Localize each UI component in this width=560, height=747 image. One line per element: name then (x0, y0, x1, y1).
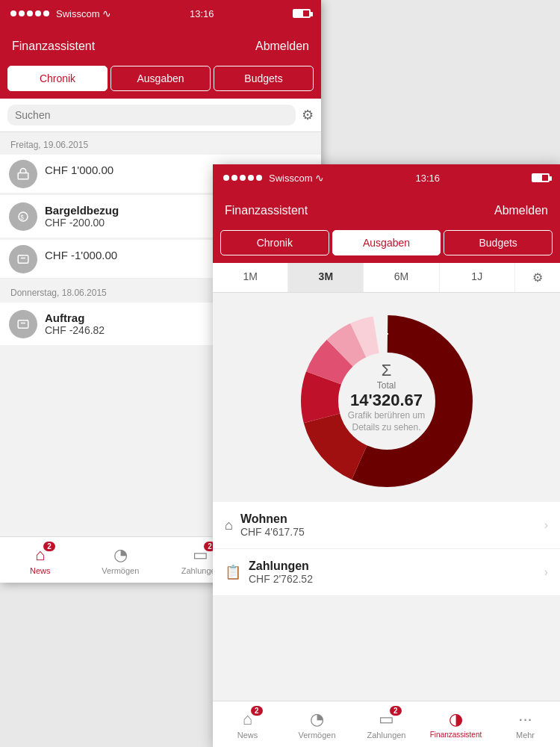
pie-icon-front: ◔ (310, 710, 324, 729)
status-left: Swisscom ∿ (10, 7, 111, 19)
tab-budgets-back[interactable]: Budgets (214, 66, 314, 91)
dot2f (231, 175, 237, 181)
donut-hint: Grafik berühren um Details zu sehen. (348, 410, 425, 433)
nav-vermoegen-label-front: Vermögen (298, 731, 335, 740)
signal-dots-front (223, 175, 262, 181)
nav-news-back[interactable]: 2 ⌂ News (0, 537, 81, 583)
time-btn-1j[interactable]: 1J (440, 263, 515, 292)
tabs-back: Chronik Ausgaben Budgets (0, 66, 321, 99)
header-title-front: Finanzassistent (225, 204, 308, 217)
svg-rect-3 (18, 255, 28, 263)
battery-icon-back (293, 9, 311, 18)
dot5f (256, 175, 262, 181)
donut-amount: 14'320.67 (350, 391, 423, 410)
header-action-front[interactable]: Abmelden (494, 204, 548, 217)
nav-news-label-front: News (237, 731, 258, 740)
zahlungen-chevron: › (544, 565, 548, 579)
item-icon-2: $ (9, 202, 37, 231)
dot5 (43, 10, 49, 16)
nav-mehr-label-front: Mehr (516, 731, 535, 740)
donut-chart-container[interactable]: Σ Total 14'320.67 Grafik berühren um Det… (213, 293, 560, 502)
filter-icon-back[interactable]: ⚙ (302, 107, 314, 123)
svg-rect-5 (18, 320, 28, 328)
category-item-zahlungen[interactable]: 📋 Zahlungen CHF 2'762.52 › (213, 549, 560, 596)
dot1f (223, 175, 229, 181)
zahlungen-amount: CHF 2'762.52 (249, 573, 544, 585)
chart-filter-icon[interactable]: ⚙ (515, 263, 560, 292)
wifi-icon-front: ∿ (315, 172, 324, 184)
nav-vermoegen-label-back: Vermögen (102, 566, 139, 575)
category-list: ⌂ Wohnen CHF 4'617.75 › 📋 Zahlungen CHF … (213, 502, 560, 596)
nav-vermoegen-front[interactable]: ◔ Vermögen (282, 701, 352, 747)
dot2 (19, 10, 25, 16)
nav-zahlungen-front[interactable]: 2 ▭ Zahlungen (352, 701, 421, 747)
time-btn-1m[interactable]: 1M (213, 263, 288, 292)
tab-ausgaben-front[interactable]: Ausgaben (332, 230, 441, 255)
donut-center: Σ Total 14'320.67 Grafik berühren um Det… (348, 361, 425, 433)
zahlungen-icon: 📋 (225, 564, 241, 580)
header-title-back: Finanzassistent (12, 40, 95, 53)
time-back: 13:16 (190, 8, 214, 19)
header-action-back[interactable]: Abmelden (255, 40, 309, 53)
nav-mehr-front[interactable]: ··· Mehr (491, 701, 560, 747)
item-icon-4 (9, 310, 37, 338)
wohnen-chevron: › (544, 518, 548, 532)
dot4 (35, 10, 41, 16)
time-filter: 1M 3M 6M 1J ⚙ (213, 263, 560, 293)
dot4f (248, 175, 254, 181)
status-left-front: Swisscom ∿ (223, 172, 324, 184)
time-btn-6m[interactable]: 6M (364, 263, 439, 292)
battery-icon-front (532, 173, 550, 182)
search-input-back[interactable] (7, 105, 296, 125)
header-front: Finanzassistent Abmelden (213, 191, 560, 230)
item-icon-3 (9, 245, 37, 273)
bottom-nav-front: 2 ⌂ News ◔ Vermögen 2 ▭ Zahlungen ◑ Fina… (213, 701, 560, 747)
time-btn-3m[interactable]: 3M (288, 263, 364, 292)
dot3f (240, 175, 246, 181)
battery-fill-front (533, 175, 542, 181)
tab-budgets-front[interactable]: Budgets (444, 230, 553, 255)
battery-fill-back (294, 10, 303, 16)
zahlungen-info: Zahlungen CHF 2'762.52 (249, 560, 544, 585)
zahlungen-badge-front: 2 (390, 706, 402, 716)
status-bar-front: Swisscom ∿ 13:16 (213, 164, 560, 191)
tab-chronik-back[interactable]: Chronik (7, 66, 108, 91)
wohnen-name: Wohnen (240, 512, 544, 526)
dot1 (10, 10, 16, 16)
nav-finanz-front[interactable]: ◑ Finanzassistent (421, 701, 491, 747)
carrier-back: Swisscom (56, 8, 100, 19)
nav-news-front[interactable]: 2 ⌂ News (213, 701, 282, 747)
nav-finanz-label-front: Finanzassistent (430, 731, 482, 739)
carrier-front: Swisscom (269, 173, 313, 184)
signal-dots (10, 10, 49, 16)
nav-news-label-back: News (30, 566, 51, 575)
svg-text:$: $ (20, 214, 24, 220)
donut-sigma: Σ (382, 361, 392, 380)
tabs-front: Chronik Ausgaben Budgets (213, 230, 560, 263)
news-badge-front: 2 (251, 706, 263, 716)
tab-chronik-front[interactable]: Chronik (220, 230, 329, 255)
wohnen-info: Wohnen CHF 4'617.75 (240, 512, 544, 538)
status-bar-back: Swisscom ∿ 13:16 (0, 0, 321, 27)
date-label-1: Freitag, 19.06.2015 (0, 132, 321, 153)
category-item-wohnen[interactable]: ⌂ Wohnen CHF 4'617.75 › (213, 502, 560, 549)
wifi-icon-back: ∿ (102, 7, 111, 19)
item-icon-1 (9, 160, 37, 188)
nav-vermoegen-back[interactable]: ◔ Vermögen (81, 537, 161, 583)
news-badge-back: 2 (43, 542, 55, 551)
wohnen-amount: CHF 4'617.75 (240, 526, 544, 538)
tab-ausgaben-back[interactable]: Ausgaben (111, 66, 211, 91)
nav-zahlungen-label-front: Zahlungen (367, 731, 406, 740)
wohnen-icon: ⌂ (225, 518, 233, 533)
search-bar-back: ⚙ (0, 99, 321, 132)
dot3 (27, 10, 33, 16)
zahlungen-name: Zahlungen (249, 560, 544, 573)
chart-icon-back: ◔ (113, 545, 128, 565)
front-screen: Swisscom ∿ 13:16 Finanzassistent Abmelde… (213, 164, 560, 747)
header-back: Finanzassistent Abmelden (0, 27, 321, 66)
time-front: 13:16 (415, 173, 440, 184)
mehr-icon-front: ··· (518, 710, 532, 729)
svg-rect-0 (18, 173, 28, 179)
donut-label: Total (377, 380, 396, 391)
finanz-icon-front: ◑ (449, 710, 463, 729)
